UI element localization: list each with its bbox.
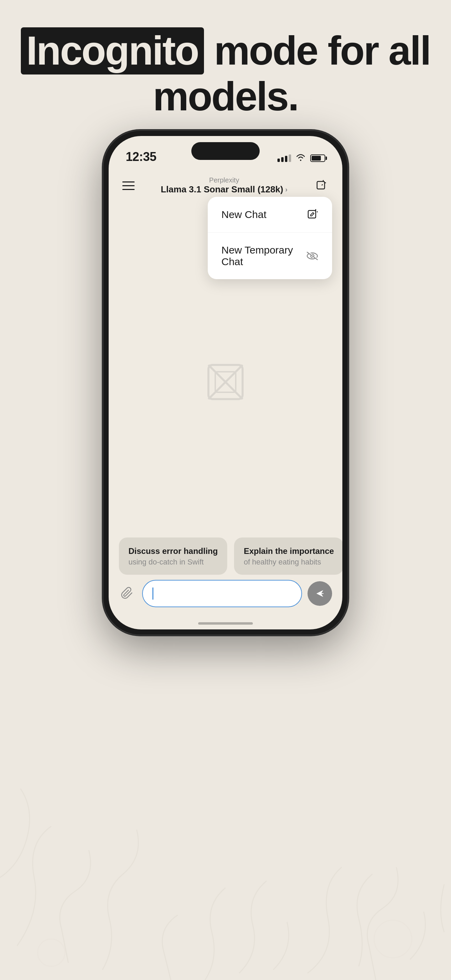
suggestion-error-handling[interactable]: Discuss error handling using do-catch in… [119,538,227,575]
suggestion-subtitle-0: using do-catch in Swift [129,558,218,566]
new-temporary-chat-label: New Temporary Chat [221,244,306,267]
edit-square-icon [306,208,318,221]
dynamic-island [191,142,260,160]
menu-button[interactable] [122,181,135,190]
input-bar [119,578,332,609]
suggestion-title-1: Explain the importance [244,546,334,556]
new-chat-label: New Chat [221,209,267,220]
suggestion-subtitle-1: of healthy eating habits [244,558,334,566]
new-chat-menu-item[interactable]: New Chat [208,197,332,233]
new-chat-icon[interactable] [314,178,329,193]
svg-rect-3 [308,210,316,218]
wifi-icon [296,153,305,163]
signal-icon [278,154,291,162]
dropdown-menu: New Chat New Temporary Chat [208,197,332,279]
suggestions-bar: Discuss error handling using do-catch in… [109,538,342,575]
attachment-button[interactable] [119,585,137,603]
chat-input[interactable] [142,580,302,607]
nav-chevron-icon: › [285,186,288,193]
battery-icon [310,154,325,162]
text-cursor [152,587,153,600]
send-button[interactable] [308,581,332,606]
eye-off-icon [306,250,318,262]
app-logo [205,361,246,404]
nav-title[interactable]: Llama 3.1 Sonar Small (128k) › [160,184,287,195]
status-icons [278,153,325,164]
svg-point-0 [38,939,65,966]
header-section: Incognito mode for all models. [0,27,451,119]
status-time: 12:35 [126,150,157,164]
header-line1-rest: mode for all [204,28,430,73]
svg-point-1 [374,920,412,958]
nav-subtitle: Perplexity [160,176,287,184]
suggestion-healthy-eating[interactable]: Explain the importance of healthy eating… [234,538,342,575]
nav-bar: Perplexity Llama 3.1 Sonar Small (128k) … [109,170,342,201]
suggestion-title-0: Discuss error handling [129,546,218,556]
phone-screen: 12:35 [109,136,342,629]
header-line2: models. [153,74,298,119]
highlight-word: Incognito [21,27,204,75]
nav-center: Perplexity Llama 3.1 Sonar Small (128k) … [160,176,287,195]
home-indicator [198,622,253,625]
svg-rect-2 [317,181,325,189]
phone-frame: 12:35 [103,130,348,636]
new-temporary-chat-menu-item[interactable]: New Temporary Chat [208,233,332,279]
